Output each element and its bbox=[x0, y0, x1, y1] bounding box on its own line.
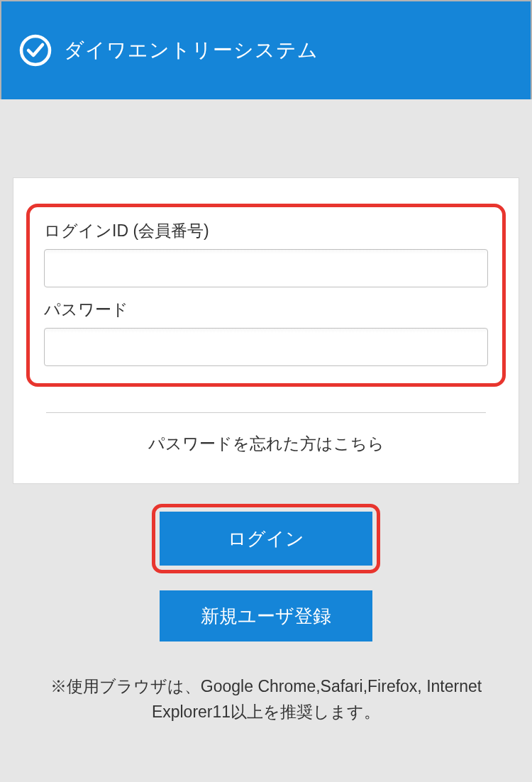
login-button[interactable]: ログイン bbox=[160, 512, 372, 566]
forgot-password-link[interactable]: パスワードを忘れた方はこちら bbox=[26, 433, 506, 455]
browser-note: ※使用ブラウザは、Google Chrome,Safari,Firefox, I… bbox=[13, 674, 519, 725]
app-title: ダイワエントリーシステム bbox=[64, 37, 318, 64]
login-id-input[interactable] bbox=[44, 249, 488, 287]
credentials-highlight: ログインID (会員番号) パスワード bbox=[26, 204, 506, 387]
password-label: パスワード bbox=[44, 299, 488, 321]
password-input[interactable] bbox=[44, 328, 488, 366]
divider bbox=[46, 412, 486, 413]
login-id-label: ログインID (会員番号) bbox=[44, 220, 488, 242]
app-header: ダイワエントリーシステム bbox=[0, 0, 532, 99]
svg-point-0 bbox=[21, 36, 50, 65]
button-group: ログイン 新規ユーザ登録 bbox=[13, 504, 519, 641]
checkmark-circle-icon bbox=[18, 33, 52, 67]
login-button-highlight: ログイン bbox=[152, 504, 380, 573]
login-id-group: ログインID (会員番号) bbox=[44, 220, 488, 287]
register-button[interactable]: 新規ユーザ登録 bbox=[160, 590, 372, 641]
password-group: パスワード bbox=[44, 299, 488, 366]
main-content: ログインID (会員番号) パスワード パスワードを忘れた方はこちら ログイン … bbox=[0, 177, 532, 725]
login-card: ログインID (会員番号) パスワード パスワードを忘れた方はこちら bbox=[13, 177, 519, 484]
